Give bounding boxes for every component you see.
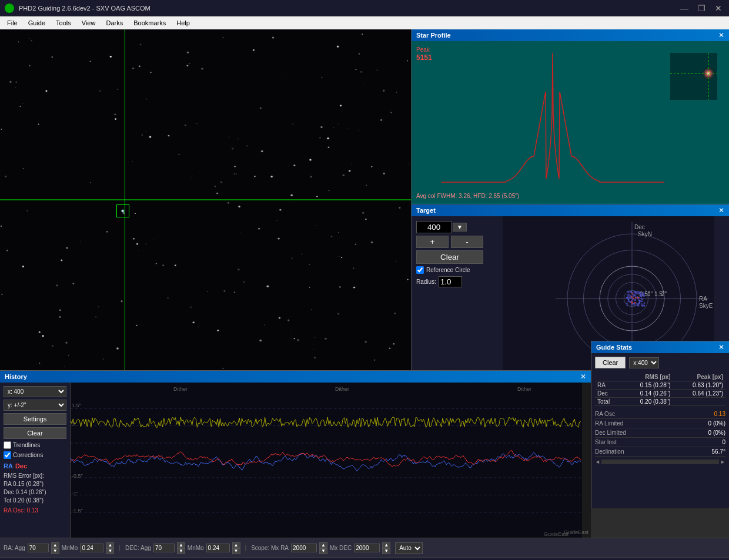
ra-mnmo-up[interactable]: ▲ [106, 542, 114, 548]
target-pm-row: + - [416, 236, 483, 248]
stats-dec-limited-val: 0 (0%) [708, 430, 725, 436]
dec-agg-input[interactable] [153, 544, 175, 552]
trendlines-row: Trendlines [4, 441, 66, 449]
target-scale-row: ▼ [416, 221, 483, 233]
history-settings-button[interactable]: Settings [4, 413, 66, 425]
stats-star-lost-row: Star lost 0 [595, 438, 725, 447]
target-reference-circle-row: Reference Circle [416, 266, 483, 274]
dec-mnmo-up[interactable]: ▲ [232, 542, 240, 548]
guide-stats-title: Guide Stats [596, 344, 632, 351]
agg-separator1: | [119, 545, 121, 551]
history-panel: History ✕ x: 400 y: +/-2" Settings Clear… [0, 370, 591, 538]
stats-scrollbar[interactable] [601, 460, 719, 464]
corrections-label: Corrections [13, 452, 43, 458]
stats-dec-name: Dec [595, 390, 620, 398]
target-plus-button[interactable]: + [416, 236, 449, 248]
corrections-row: Corrections [4, 451, 66, 459]
minimize-button[interactable]: — [678, 4, 691, 13]
osc-text: RA Osc: 0.13 [4, 507, 66, 514]
app-icon [5, 4, 14, 13]
history-close[interactable]: ✕ [580, 373, 586, 381]
bottom-toolbar: 5.0s 0.5s 1.0s 2.0s 3.0s 4.0s 8.0s 10s 🧠 [0, 558, 729, 560]
star-profile-header: Star Profile ✕ [412, 29, 729, 41]
dec-mnmo-input[interactable] [206, 544, 230, 552]
star-selection-box [116, 204, 129, 217]
ra-mnmo-spinners: ▲ ▼ [106, 542, 114, 554]
stats-clear-button[interactable]: Clear [595, 357, 626, 368]
star-profile-content: Peak 5151 Avg col FWHM: 3.26, HFD: 2.65 … [412, 41, 729, 204]
guide-stats-content: Clear x:400 RMS [px] Peak [px] [591, 353, 729, 508]
stats-scale-select[interactable]: x:400 [629, 357, 659, 368]
auto-select[interactable]: Auto [395, 542, 423, 554]
close-button[interactable]: ✕ [713, 4, 724, 13]
ra-agg-down[interactable]: ▼ [51, 548, 59, 554]
target-controls: ▼ + - Clear Reference Circle Radius: [412, 216, 488, 372]
ra-dec-labels: RA Dec [4, 462, 66, 470]
restore-button[interactable]: ❐ [695, 4, 708, 13]
stats-ra-osc-val: 0.13 [714, 411, 725, 417]
ra-rms: RA 0.15 (0.28") [4, 480, 66, 488]
fwhm-label: Avg col FWHM: 3.26, HFD: 2.65 (5.05") [416, 193, 519, 199]
top-section: Star Profile ✕ Peak 5151 Avg col FWHM: 3… [0, 29, 729, 370]
stats-star-lost-key: Star lost [595, 439, 617, 445]
menu-guide[interactable]: Guide [24, 18, 50, 28]
guide-stats-panel: Guide Stats ✕ Clear x:400 RMS [px] Peak … [591, 341, 729, 508]
trendlines-checkbox[interactable] [4, 441, 11, 449]
history-clear-button[interactable]: Clear [4, 427, 66, 439]
stats-scroll-hint: ◄► [595, 459, 725, 465]
stats-declination-val: 56.7° [712, 448, 725, 455]
tot-rms: Tot 0.20 (0.38") [4, 497, 66, 505]
mx-dec-up[interactable]: ▲ [382, 542, 390, 548]
scope-mx-ra-input[interactable] [291, 544, 317, 552]
mx-dec-spinners: ▲ ▼ [382, 542, 390, 554]
stats-scale-dropdown: x:400 [629, 357, 659, 368]
guide-stats-close[interactable]: ✕ [718, 343, 724, 351]
ra-mnmo-input[interactable] [80, 544, 103, 552]
history-content: x: 400 y: +/-2" Settings Clear Trendline… [0, 383, 591, 538]
stats-dec-peak: 0.64 (1.23") [673, 390, 725, 398]
titlebar: PHD2 Guiding 2.6.6dev2 - SXV OAG ASCOM —… [0, 0, 729, 16]
menu-tools[interactable]: Tools [51, 18, 76, 28]
ra-agg-up[interactable]: ▲ [51, 542, 59, 548]
target-scale-input[interactable] [416, 221, 452, 233]
star-profile-close[interactable]: ✕ [718, 31, 724, 39]
mx-ra-down[interactable]: ▼ [319, 548, 327, 554]
dec-agg-up[interactable]: ▲ [177, 542, 185, 548]
ra-label: RA [4, 462, 13, 470]
mx-ra-up[interactable]: ▲ [319, 542, 327, 548]
ra-agg-input[interactable] [28, 544, 49, 552]
history-x-scale-select[interactable]: x: 400 [4, 386, 66, 397]
radius-label: Radius: [416, 279, 436, 285]
menu-view[interactable]: View [77, 18, 101, 28]
reference-circle-checkbox[interactable] [416, 266, 424, 274]
dec-agg-down[interactable]: ▼ [177, 548, 185, 554]
mx-dec-label: Mx DEC [330, 545, 352, 551]
stats-row-dec: Dec 0.14 (0.26") 0.64 (1.23") [595, 390, 725, 398]
stats-dec-limited-key: Dec Limited [595, 430, 626, 436]
reference-circle-label: Reference Circle [426, 267, 470, 273]
window-title: PHD2 Guiding 2.6.6dev2 - SXV OAG ASCOM [19, 5, 151, 12]
history-y-scale-select[interactable]: y: +/-2" [4, 400, 66, 411]
corrections-checkbox[interactable] [4, 451, 11, 459]
menu-bookmarks[interactable]: Bookmarks [129, 18, 170, 28]
stats-table: RMS [px] Peak [px] RA 0.15 (0.28") 0.63 … [595, 373, 725, 406]
menu-help[interactable]: Help [172, 18, 195, 28]
menu-darks[interactable]: Darks [101, 18, 128, 28]
mx-dec-down[interactable]: ▼ [382, 548, 390, 554]
target-scale-dropdown[interactable]: ▼ [453, 223, 467, 232]
menu-file[interactable]: File [2, 18, 22, 28]
target-title: Target [416, 207, 436, 214]
stats-total-peak [673, 398, 725, 406]
dec-mnmo-spinners: ▲ ▼ [232, 542, 240, 554]
mx-dec-input[interactable] [354, 544, 380, 552]
ra-mnmo-down[interactable]: ▼ [106, 548, 114, 554]
target-clear-button[interactable]: Clear [416, 250, 483, 264]
target-minus-button[interactable]: - [451, 236, 483, 248]
radius-input[interactable] [439, 276, 462, 287]
dec-mnmo-down[interactable]: ▼ [232, 548, 240, 554]
stats-ra-peak: 0.63 (1.20") [673, 381, 725, 390]
target-close[interactable]: ✕ [718, 206, 724, 214]
bottom-panels-row: History ✕ x: 400 y: +/-2" Settings Clear… [0, 370, 729, 538]
history-x-scale-row: x: 400 [4, 386, 66, 397]
camera-view[interactable] [0, 29, 412, 370]
